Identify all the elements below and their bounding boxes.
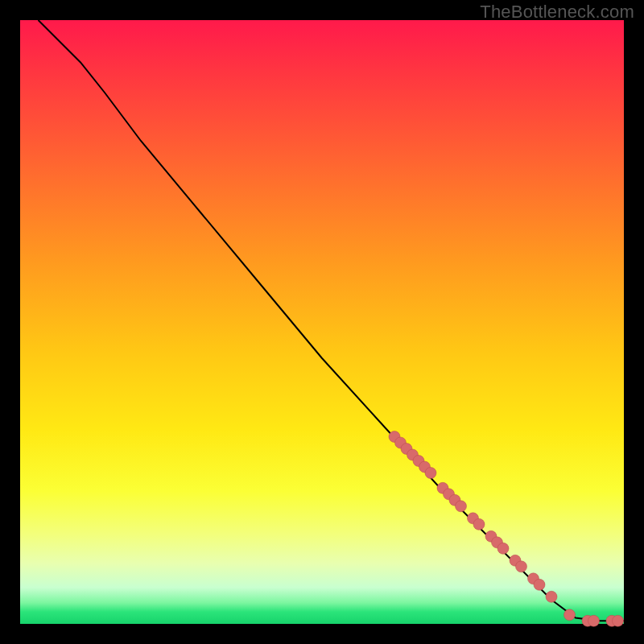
data-point — [516, 561, 527, 572]
data-point — [546, 591, 557, 602]
data-point — [588, 615, 600, 626]
data-point — [534, 579, 545, 590]
data-point — [613, 615, 624, 626]
curve-line — [39, 20, 625, 621]
watermark-text: TheBottleneck.com — [480, 2, 634, 23]
data-point — [425, 468, 436, 479]
data-point — [564, 609, 576, 621]
plot-area — [20, 20, 624, 624]
data-point — [456, 501, 467, 512]
chart-svg — [20, 20, 624, 624]
data-point — [497, 543, 509, 554]
data-points — [389, 431, 624, 627]
data-point — [473, 518, 485, 530]
chart-frame: TheBottleneck.com — [0, 0, 644, 644]
